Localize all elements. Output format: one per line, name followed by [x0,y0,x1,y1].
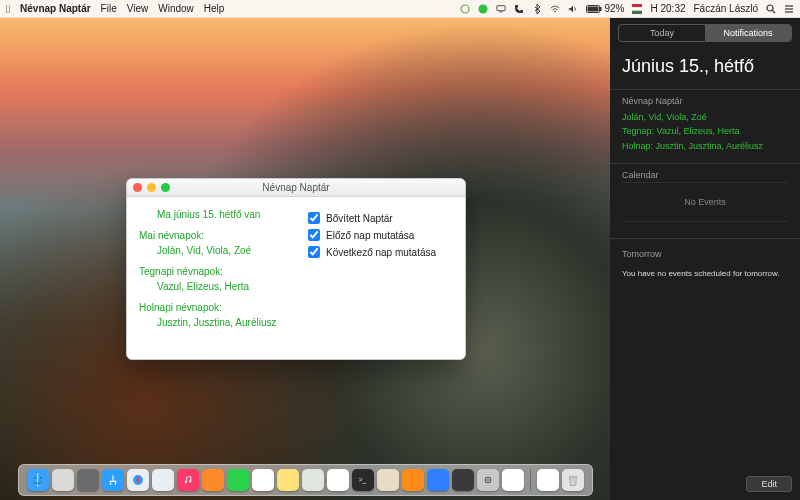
today-label: Mai névnapok: [139,228,284,243]
svg-point-11 [767,5,773,11]
svg-rect-30 [256,473,270,487]
dock-preferences-icon[interactable] [477,469,499,491]
dock-reminders-icon[interactable] [252,469,274,491]
option-previous-label: Előző nap mutatása [326,230,414,241]
dock-nevnap-naptar-icon[interactable] [502,469,524,491]
svg-rect-7 [600,7,602,11]
dock-mission-control-icon[interactable] [77,469,99,491]
dock-photos-icon[interactable] [327,469,349,491]
status-icon-2[interactable] [478,4,488,14]
titlebar[interactable]: Névnap Naptár [127,179,465,197]
menu-file[interactable]: File [101,3,117,14]
phone-icon[interactable] [514,4,524,14]
svg-rect-19 [56,473,70,487]
svg-text:>_: >_ [358,476,366,484]
tomorrow-names: Jusztin, Jusztina, Auréliusz [139,315,284,330]
flag-icon[interactable] [632,4,642,14]
dock-safari-icon[interactable] [127,469,149,491]
nc-date: Június 15., hétfő [610,48,800,87]
user-name[interactable]: Fáczán László [694,3,758,14]
dock-iphoto-icon[interactable] [452,469,474,491]
close-button[interactable] [133,183,142,192]
status-icon-1[interactable] [460,4,470,14]
checkbox-next[interactable] [308,246,320,258]
dock-vlc-icon[interactable] [402,469,424,491]
wifi-icon[interactable] [550,4,560,14]
nc-today-names: Jolán, Vid, Viola, Zoé [622,110,788,124]
nc-tab-today[interactable]: Today [619,25,705,41]
svg-rect-45 [568,476,576,477]
minimize-button[interactable] [147,183,156,192]
nc-tomorrow-names: Jusztin, Jusztina, Auréliusz [656,141,764,151]
svg-rect-3 [500,11,503,12]
bluetooth-icon[interactable] [532,4,542,14]
nc-calendar-title: Calendar [610,166,800,182]
dock-trash-icon[interactable] [562,469,584,491]
dock-messages-icon[interactable] [227,469,249,491]
dock-ibooks-icon[interactable] [202,469,224,491]
dock-notes-icon[interactable] [277,469,299,491]
option-previous[interactable]: Előző nap mutatása [308,229,453,241]
dock-maps-icon[interactable] [302,469,324,491]
dock-launchpad-icon[interactable] [52,469,74,491]
menubar:  Névnap Naptár File View Window Help 92… [0,0,800,18]
svg-rect-33 [331,473,345,487]
clock[interactable]: H 20:32 [650,3,685,14]
dock-finder-icon[interactable] [27,469,49,491]
nc-yesterday-names: Vazul, Elizeus, Herta [657,126,740,136]
svg-point-26 [181,474,194,487]
svg-rect-25 [156,473,170,487]
svg-rect-31 [281,473,295,487]
option-next[interactable]: Következő nap mutatása [308,246,453,258]
nc-tab-notifications[interactable]: Notifications [705,25,791,41]
svg-rect-9 [632,7,642,10]
nameday-panel: Ma június 15. hétfő van Mai névnapok: Jo… [127,197,296,359]
volume-icon[interactable] [568,4,578,14]
battery-percent: 92% [604,3,624,14]
app-menu[interactable]: Névnap Naptár [20,3,91,14]
svg-point-18 [39,477,41,479]
menu-view[interactable]: View [127,3,149,14]
dock-gimp-icon[interactable] [377,469,399,491]
svg-rect-29 [206,473,220,487]
option-next-label: Következő nap mutatása [326,247,436,258]
dock-app-store-icon[interactable] [102,469,124,491]
checkbox-previous[interactable] [308,229,320,241]
svg-rect-43 [506,473,520,487]
svg-rect-2 [497,5,505,10]
today-names: Jolán, Vid, Viola, Zoé [139,243,284,258]
svg-rect-44 [541,473,555,487]
checkbox-extended[interactable] [308,212,320,224]
menu-help[interactable]: Help [204,3,225,14]
dock-mail-icon[interactable] [152,469,174,491]
svg-point-4 [555,10,557,12]
svg-point-27 [184,481,186,483]
battery-icon[interactable]: 92% [586,3,624,14]
apple-menu[interactable]:  [6,3,10,15]
nc-edit-button[interactable]: Edit [746,476,792,492]
spotlight-icon[interactable] [766,4,776,14]
nc-tomorrow-label: Holnap: [622,141,653,151]
dock-xcode-icon[interactable] [427,469,449,491]
menu-window[interactable]: Window [158,3,194,14]
svg-point-17 [34,477,36,479]
svg-rect-36 [381,473,395,487]
dock-separator [530,469,531,491]
dock-terminal-icon[interactable]: >_ [352,469,374,491]
notification-center: Today Notifications Június 15., hétfő Né… [610,18,800,500]
option-extended[interactable]: Bővített Naptár [308,212,453,224]
notification-center-icon[interactable] [784,4,794,14]
zoom-button[interactable] [161,183,170,192]
svg-rect-32 [306,473,320,487]
option-extended-label: Bővített Naptár [326,213,393,224]
nc-tabs: Today Notifications [618,24,792,42]
desktop:  Névnap Naptár File View Window Help 92… [0,0,800,500]
display-icon[interactable] [496,4,506,14]
dock-itunes-icon[interactable] [177,469,199,491]
dock: >_ [18,464,593,496]
dock-pages-icon[interactable] [537,469,559,491]
nc-widget-title: Névnap Naptár [610,92,800,108]
svg-point-1 [479,4,488,13]
options-panel: Bővített Naptár Előző nap mutatása Követ… [296,197,465,359]
today-line: Ma június 15. hétfő van [139,207,284,222]
